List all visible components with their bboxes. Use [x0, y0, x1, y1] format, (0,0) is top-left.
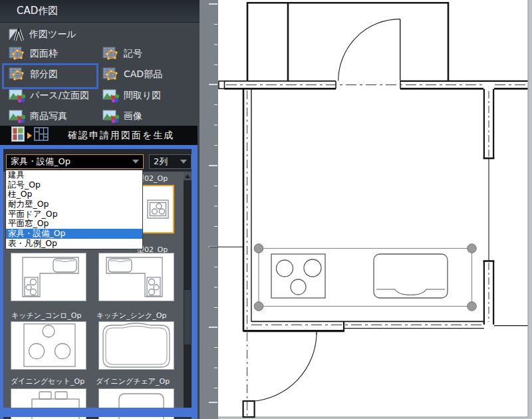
menu-item-label: 図面枠: [30, 48, 58, 60]
wall-stub: [243, 401, 255, 417]
menu-item-product-photo[interactable]: 商品写真: [9, 108, 95, 124]
photo-icon: [9, 109, 26, 124]
palette-frame-left: [0, 145, 3, 419]
category-dropdown-value: 家具・設備_Op: [11, 156, 132, 168]
palette-item-thumb[interactable]: [11, 253, 86, 301]
sheet-right-edge: [528, 0, 532, 419]
app-window: CAD作図 作図ツール: [0, 0, 532, 419]
generate-confirmation-drawing-button[interactable]: 確認申請用図面を生成: [68, 130, 174, 142]
vertical-ruler: [200, 0, 218, 419]
dropdown-option[interactable]: 記号_Op: [6, 180, 142, 190]
drawing-canvas[interactable]: [200, 0, 532, 419]
menu-item-floorplan[interactable]: 間取り図: [102, 88, 189, 104]
palette-frame-bottom: [0, 408, 198, 417]
dropdown-option[interactable]: 柱_Op: [6, 190, 142, 200]
menu-item-symbol[interactable]: 記号: [102, 46, 182, 62]
menu-item-sheet-frame[interactable]: 図面枠: [9, 46, 95, 62]
arrow-up-icon: [185, 174, 190, 178]
palette-item-thumb[interactable]: [98, 321, 174, 370]
selection-handle: [467, 244, 477, 253]
photo-icon: [102, 109, 120, 124]
palette-item-label: キッチン_シンク_Op: [96, 311, 166, 321]
dropdown-option-selected[interactable]: 家具・設備_Op: [6, 229, 142, 239]
dropdown-option[interactable]: 平面ドア_Op: [6, 210, 142, 219]
menu-item-partial-drawing[interactable]: 部分図: [9, 67, 88, 82]
parts-palette: 型02_Op 型02_Op: [0, 145, 198, 419]
category-dropdown[interactable]: 家具・設備_Op: [6, 154, 144, 169]
menu-item-label: パース/立面図: [30, 90, 89, 102]
chevron-down-icon: [180, 160, 187, 164]
palette-frame-top: [0, 145, 198, 149]
palette-item-label: キッチン_コンロ_Op: [11, 311, 81, 321]
palette-item-thumb[interactable]: [11, 321, 86, 370]
selection-handle: [467, 302, 477, 311]
palette-frame-right: [192, 145, 198, 419]
dropdown-option[interactable]: 建具: [6, 170, 142, 180]
columns-dropdown-value: 2列: [154, 156, 180, 168]
dropdown-option[interactable]: 耐力壁_Op: [6, 200, 142, 210]
menu-item-cad-parts[interactable]: CAD部品: [102, 67, 189, 82]
selection-handle: [254, 302, 263, 311]
menu-item-label: 商品写真: [30, 110, 67, 122]
arrow-right-icon: [27, 132, 32, 139]
palette-item-label: ダイニングチェア_Op: [96, 376, 170, 386]
menu-item-label: 画像: [124, 110, 142, 122]
palette-item-thumb[interactable]: [98, 253, 174, 301]
category-dropdown-list: 建具 記号_Op 柱_Op 耐力壁_Op 平面ドア_Op 平面窓_Op 家具・設…: [5, 170, 143, 249]
photo-icon: [9, 88, 26, 103]
menu-item-label: 部分図: [30, 69, 58, 80]
drawing-sheet[interactable]: [218, 0, 528, 417]
menu-item-label: 作図ツール: [29, 29, 76, 41]
photo-icon: [102, 88, 120, 103]
panel-titlebar: CAD作図: [0, 0, 200, 23]
sheet-star-icon: [102, 47, 120, 61]
menu-item-label: CAD部品: [124, 69, 162, 80]
plan-outline-icon: [34, 126, 49, 144]
chevron-down-icon: [132, 160, 139, 164]
dropdown-option[interactable]: 平面窓_Op: [6, 219, 142, 229]
sheet-star-icon: [102, 67, 120, 82]
scrollbar-thumb[interactable]: [184, 290, 191, 345]
menu-item-image[interactable]: 画像: [102, 108, 182, 124]
palette-item-label: ダイニングセット_Op: [11, 376, 84, 386]
plan-table-icon: [11, 126, 25, 144]
menu-item-drafting-tools[interactable]: 作図ツール: [8, 27, 108, 43]
dropdown-option[interactable]: 表・凡例_Op: [6, 239, 142, 249]
sheet-star-icon: [9, 47, 26, 61]
generate-toolbar[interactable]: 確認申請用図面を生成: [0, 126, 198, 145]
selection-handle: [254, 244, 263, 253]
drafting-tools-icon: [8, 27, 25, 42]
menu-item-label: 間取り図: [124, 90, 161, 102]
panel-title: CAD作図: [17, 5, 58, 17]
sheet-star-icon: [9, 67, 26, 82]
menu-item-perspective-elevation[interactable]: パース/立面図: [9, 88, 102, 104]
scroll-up-button[interactable]: [184, 172, 192, 180]
menu-item-label: 記号: [124, 48, 142, 60]
palette-scrollbar[interactable]: [184, 172, 192, 408]
columns-dropdown[interactable]: 2列: [149, 154, 192, 169]
cad-side-panel: CAD作図 作図ツール: [0, 0, 200, 419]
